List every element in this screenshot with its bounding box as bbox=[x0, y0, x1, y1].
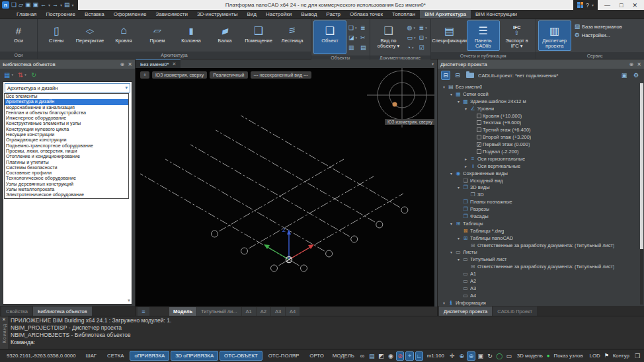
undo-dropdown-icon[interactable]: ▾ bbox=[48, 3, 50, 7]
expander-icon[interactable] bbox=[463, 106, 468, 111]
ribbon-tab[interactable]: Топоплан bbox=[387, 10, 420, 18]
tree-item[interactable]: Уровни bbox=[440, 105, 639, 112]
object-edit-icon[interactable]: ◪▾ bbox=[348, 32, 357, 42]
category-combobox[interactable]: Архитектура и дизайн ▾ bbox=[5, 83, 130, 92]
tree-item[interactable]: Первый этаж (0.000) bbox=[440, 141, 639, 148]
fullscreen-icon[interactable]: ❒ bbox=[633, 351, 641, 361]
architecture-tool-button[interactable]: Проем bbox=[141, 20, 174, 50]
tree-item[interactable]: Подвал (-2.200) bbox=[440, 148, 639, 155]
tracking-icon[interactable]: ∟ bbox=[415, 351, 423, 361]
status-toggle-button[interactable]: ОТС-ОБЪЕКТ bbox=[220, 351, 262, 361]
tree-item[interactable]: Таблицы bbox=[440, 220, 639, 227]
axes-button[interactable]: Оси bbox=[2, 20, 35, 50]
tree-item[interactable]: 3D bbox=[440, 191, 639, 198]
command-prompt[interactable]: Команда: bbox=[11, 339, 641, 346]
status-toggle-button[interactable]: ШАГ bbox=[81, 351, 102, 361]
library-view-dropdown-icon[interactable]: ▾ bbox=[11, 73, 13, 77]
expander-icon[interactable] bbox=[449, 221, 454, 226]
tree-item[interactable]: Информация bbox=[440, 299, 639, 306]
tree-item[interactable]: Листы bbox=[440, 248, 639, 256]
cursor-snap-icon[interactable]: ⌖ bbox=[405, 351, 413, 361]
visual-style-button[interactable]: 3D модель bbox=[514, 351, 545, 360]
dropdown-option[interactable]: Ограждающие конструкции bbox=[5, 137, 128, 143]
expander-icon[interactable] bbox=[463, 164, 468, 168]
doc-dim-icon[interactable]: ⊟▾ bbox=[419, 32, 427, 42]
undo-icon[interactable]: ← bbox=[40, 1, 46, 9]
expander-icon[interactable] bbox=[456, 99, 461, 104]
library-view-icon[interactable]: ▦ bbox=[4, 71, 10, 79]
model-space-button[interactable]: МОДЕЛЬ bbox=[330, 351, 357, 360]
library-sort-icon[interactable]: ⇅ bbox=[18, 71, 23, 79]
ribbon-tab[interactable]: Вид bbox=[242, 10, 261, 18]
ribbon-tab[interactable]: Облака точек bbox=[345, 10, 387, 18]
tree-item[interactable]: Ответственные за разработку документа: (… bbox=[440, 263, 639, 270]
tree-item[interactable]: Таблицы *.dwg bbox=[440, 227, 639, 235]
tree-item[interactable]: 3D виды bbox=[440, 184, 639, 191]
dropdown-option[interactable]: Узлы деревянных конструкций bbox=[5, 182, 128, 187]
snap-disable-icon[interactable]: ⊘ bbox=[396, 351, 404, 361]
tree-item[interactable]: Исходный вид bbox=[440, 177, 639, 184]
save-as-icon[interactable]: ▣ bbox=[33, 1, 39, 9]
ribbon-tab[interactable]: Зависимости bbox=[151, 10, 192, 18]
sheet-tab[interactable]: Титульный ли... bbox=[197, 307, 241, 316]
doc-detail-icon[interactable]: ◔▾ bbox=[407, 42, 416, 52]
zoom-icon[interactable]: ⊕ bbox=[458, 351, 465, 361]
tree-item[interactable]: Планы поэтажные bbox=[440, 198, 639, 205]
dropdown-option[interactable]: Технологическое оборудование bbox=[5, 176, 128, 181]
architecture-tool-button[interactable]: Кровля bbox=[107, 20, 140, 50]
architecture-tool-button[interactable]: Помещение bbox=[242, 20, 275, 50]
orbit-icon[interactable]: ↻ bbox=[486, 351, 494, 361]
architecture-tool-button[interactable]: Лестница bbox=[276, 20, 309, 50]
doc-section-icon[interactable]: ▭▾ bbox=[407, 32, 416, 42]
dropdown-option[interactable]: Все элементы bbox=[5, 94, 128, 99]
document-tab[interactable]: Без имени0* ✕ bbox=[136, 59, 181, 68]
contour-button[interactable]: Контур bbox=[610, 351, 632, 360]
expander-icon[interactable] bbox=[456, 185, 461, 190]
status-toggle-button[interactable]: 3D оПРИВЯЗКА bbox=[171, 351, 218, 361]
zoom-realtime-icon[interactable]: ⊕ bbox=[467, 351, 475, 361]
panel-tab[interactable]: Свойства bbox=[1, 307, 32, 316]
settings-button[interactable]: ⚙Настройки... bbox=[575, 32, 622, 38]
visibility-checkbox[interactable] bbox=[477, 149, 481, 154]
nanocad-logo-icon[interactable]: n bbox=[2, 1, 9, 9]
dropdown-option[interactable]: Электротехническое оборудование bbox=[5, 192, 128, 198]
ribbon-tab[interactable]: Построение bbox=[41, 10, 80, 18]
close-icon[interactable]: ✕ bbox=[128, 61, 132, 67]
archive-icon[interactable]: ▣ bbox=[620, 71, 629, 80]
tree-item[interactable]: Техэтаж (+9.600) bbox=[440, 119, 639, 126]
model-canvas[interactable]: Z + ЮЗ изометрия, сверху bbox=[136, 68, 437, 307]
show-nodes-button[interactable]: Показ узлов bbox=[551, 351, 586, 360]
new-document-icon[interactable]: ❏ bbox=[11, 1, 17, 9]
tree-item[interactable]: A3 bbox=[440, 285, 639, 292]
lightbulb-icon[interactable]: ◉ bbox=[387, 351, 395, 361]
dropdown-option[interactable]: Конструкции нулевого цикла bbox=[5, 127, 128, 132]
print-icon[interactable]: ▤ bbox=[64, 1, 70, 9]
tree-item[interactable]: Кровля (+10.800) bbox=[440, 112, 639, 120]
dropdown-option[interactable]: Инженерное оборудование bbox=[5, 116, 128, 121]
tree-scrollbar[interactable] bbox=[640, 83, 643, 305]
ribbon-tab[interactable]: BIM Архитектура bbox=[420, 10, 471, 18]
tab-list-dropdown-icon[interactable]: ▾ bbox=[428, 59, 437, 68]
tree-item[interactable]: Без имени0 bbox=[440, 83, 639, 90]
doc-list-icon[interactable]: ≣▾ bbox=[419, 22, 427, 32]
view-lock-icon[interactable]: ∞ bbox=[358, 351, 366, 361]
dropdown-option[interactable]: Отопление и кондиционирование bbox=[5, 154, 128, 159]
dropdown-option[interactable]: Составные профили bbox=[5, 170, 128, 176]
scale-button[interactable]: m1:100 bbox=[424, 351, 447, 360]
sheet-tab[interactable]: A1 bbox=[242, 307, 256, 316]
materials-base-button[interactable]: ▨База материалов bbox=[575, 23, 622, 30]
status-toggle-button[interactable]: оПРИВЯЗКА bbox=[130, 351, 169, 361]
library-refresh-icon[interactable]: ↻ bbox=[31, 71, 36, 79]
architecture-tool-button[interactable]: Стены bbox=[40, 20, 73, 50]
status-toggle-button[interactable]: ОТС-ПОЛЯР bbox=[264, 351, 304, 361]
qat-customize-icon[interactable]: ▾ bbox=[72, 3, 74, 7]
expander-icon[interactable] bbox=[463, 157, 468, 161]
export-ifc-button[interactable]: Экспорт в IFC ▾ bbox=[501, 20, 534, 51]
status-toggle-button[interactable]: ОРТО bbox=[305, 351, 328, 361]
architecture-tool-button[interactable]: Перекрытие bbox=[73, 20, 106, 50]
dropdown-option[interactable]: Системы безопасности bbox=[5, 165, 128, 170]
tree-item[interactable]: Сохраненные виды bbox=[440, 170, 639, 177]
tree-item[interactable]: A1 bbox=[440, 270, 639, 277]
architecture-tool-button[interactable]: Колонна bbox=[175, 20, 208, 50]
sheet-tab[interactable]: Модель bbox=[169, 307, 196, 316]
